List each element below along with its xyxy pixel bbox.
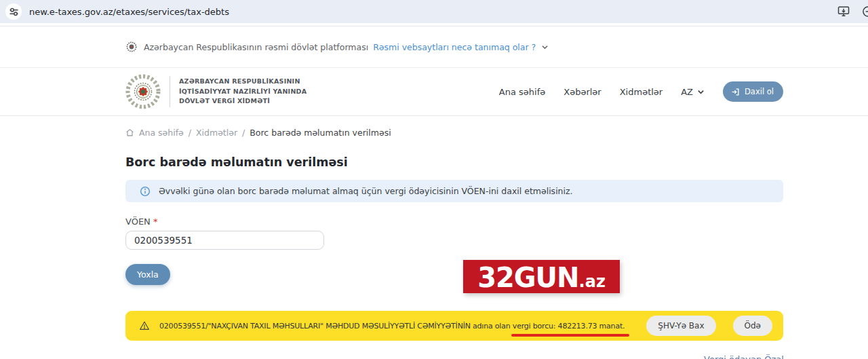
breadcrumb-home[interactable]: Ana səhifə xyxy=(139,128,184,138)
breadcrumb: Ana səhifə / Xidmətlər / Borc barədə məl… xyxy=(125,128,783,138)
required-asterisk: * xyxy=(153,216,158,227)
home-icon[interactable] xyxy=(125,128,134,137)
info-icon xyxy=(140,186,151,197)
debt-result-alert: 0200539551/"NAXÇIVAN TAXIL MƏHSULLARI" M… xyxy=(125,311,783,341)
info-alert-text: Əvvəlki günə olan borc barədə məlumat al… xyxy=(159,186,573,196)
site-header: AZƏRBAYCAN RESPUBLİKASININ İQTİSADİYYAT … xyxy=(0,67,868,116)
main-nav: Ana səhifə Xəbərlər Xidmətlər AZ Daxil o… xyxy=(499,81,783,102)
debt-text-prefix: 0200539551/"NAXÇIVAN TAXIL MƏHSULLARI" M… xyxy=(159,322,513,330)
main-content: Ana səhifə / Xidmətlər / Borc barədə məl… xyxy=(125,128,783,341)
debt-amount-underlined: vergi borcu: 482213.73 manat. xyxy=(513,322,625,330)
breadcrumb-separator: / xyxy=(189,128,191,138)
voen-label-text: VÖEN xyxy=(125,216,151,227)
breadcrumb-current: Borc barədə məlumatın verilməsi xyxy=(250,128,391,138)
org-line-3: DÖVLƏT VERGİ XİDMƏTİ xyxy=(179,96,307,107)
voen-input[interactable] xyxy=(125,231,324,250)
language-selector[interactable]: AZ xyxy=(681,87,705,97)
install-app-icon[interactable] xyxy=(837,5,850,18)
logo-divider xyxy=(170,76,170,107)
ministry-logo[interactable]: AZƏRBAYCAN RESPUBLİKASININ İQTİSADİYYAT … xyxy=(125,74,307,109)
watermark-suffix-text: .az xyxy=(579,273,606,290)
clipped-footer-text: Vergi ödəyən Özəl xyxy=(704,352,819,359)
ministry-emblem-icon xyxy=(125,74,161,109)
url-text[interactable]: new.e-taxes.gov.az/etaxes/services/tax-d… xyxy=(29,7,229,17)
chevron-down-icon xyxy=(697,88,705,96)
language-code: AZ xyxy=(681,87,693,97)
organization-name: AZƏRBAYCAN RESPUBLİKASININ İQTİSADİYYAT … xyxy=(179,77,307,107)
breadcrumb-services[interactable]: Xidmətlər xyxy=(196,128,237,138)
zoom-out-icon[interactable] xyxy=(861,5,868,18)
debt-result-text: 0200539551/"NAXÇIVAN TAXIL MƏHSULLARI" M… xyxy=(159,322,638,330)
page-title: Borc barədə məlumatın verilməsi xyxy=(125,155,783,169)
result-actions: ŞHV-Yə Bax Ödə xyxy=(646,316,772,336)
org-line-1: AZƏRBAYCAN RESPUBLİKASININ xyxy=(179,77,307,87)
gov-notice-link[interactable]: Rəsmi vebsaytları necə tanımaq olar ? xyxy=(373,42,536,52)
info-alert: Əvvəlki günə olan borc barədə məlumat al… xyxy=(125,180,783,202)
chevron-down-icon[interactable] xyxy=(541,43,549,51)
login-button[interactable]: Daxil ol xyxy=(723,81,783,102)
login-label: Daxil ol xyxy=(745,87,774,96)
gov-notice-bar: Azərbaycan Respublikasının rəsmi dövlət … xyxy=(0,26,868,67)
browser-address-bar[interactable]: new.e-taxes.gov.az/etaxes/services/tax-d… xyxy=(0,0,868,23)
gov-emblem-icon xyxy=(126,41,137,52)
site-settings-icon[interactable] xyxy=(5,3,22,20)
screen: new.e-taxes.gov.az/etaxes/services/tax-d… xyxy=(0,0,868,359)
pay-button[interactable]: Ödə xyxy=(733,316,772,336)
nav-item-services[interactable]: Xidmətlər xyxy=(620,87,663,97)
breadcrumb-separator: / xyxy=(242,128,245,138)
nav-item-news[interactable]: Xəbərlər xyxy=(564,87,601,97)
watermark-32gun: 32GUN .az xyxy=(463,260,620,293)
warning-icon xyxy=(139,320,150,331)
voen-label: VÖEN * xyxy=(125,216,783,227)
nav-item-home[interactable]: Ana səhifə xyxy=(499,87,545,97)
clipped-footer-label: Vergi ödəyən Özəl xyxy=(704,354,784,359)
watermark-main-text: 32GUN xyxy=(477,264,578,291)
login-icon xyxy=(731,88,740,96)
check-button[interactable]: Yoxla xyxy=(125,264,170,285)
org-line-2: İQTİSADİYYAT NAZİRLİYİ YANINDA xyxy=(179,87,307,97)
gov-notice-text: Azərbaycan Respublikasının rəsmi dövlət … xyxy=(144,42,368,52)
shv-view-button[interactable]: ŞHV-Yə Bax xyxy=(646,316,715,336)
